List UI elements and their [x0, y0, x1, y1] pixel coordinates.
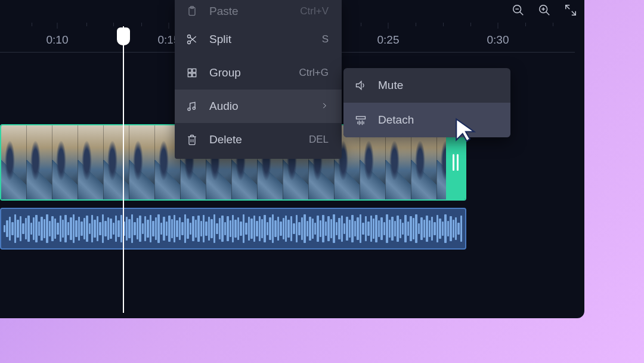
svg-rect-15 — [188, 69, 191, 72]
submenu-item-mute[interactable]: Mute — [343, 68, 510, 103]
delete-icon — [185, 134, 199, 146]
zoom-in-button[interactable] — [538, 4, 551, 17]
toolbar — [512, 4, 577, 17]
playhead-line — [123, 26, 124, 313]
audio-submenu: Mute Detach — [343, 68, 510, 137]
svg-rect-24 — [357, 116, 366, 119]
video-thumbnail — [129, 125, 155, 199]
svg-line-7 — [566, 5, 569, 9]
mute-icon — [354, 79, 367, 91]
svg-line-14 — [190, 36, 196, 41]
svg-line-13 — [190, 38, 196, 42]
svg-rect-16 — [193, 69, 196, 72]
menu-item-delete[interactable]: Delete DEL — [175, 123, 342, 156]
svg-point-12 — [188, 41, 191, 44]
split-icon — [185, 33, 199, 45]
svg-point-19 — [188, 108, 190, 110]
submenu-item-detach[interactable]: Detach — [343, 103, 510, 137]
zoom-out-icon — [512, 4, 525, 17]
video-thumbnail — [78, 125, 104, 199]
menu-item-split[interactable]: Split S — [175, 23, 342, 56]
svg-rect-18 — [193, 73, 196, 77]
ruler-mark: 0:25 — [377, 33, 400, 47]
context-menu: Paste Ctrl+V Split S Group Ctrl+G Audio … — [175, 0, 342, 159]
menu-item-audio[interactable]: Audio — [175, 90, 342, 123]
video-thumbnail — [104, 125, 129, 199]
detach-icon — [354, 114, 367, 126]
svg-marker-23 — [357, 81, 361, 89]
playhead[interactable] — [117, 27, 130, 45]
fit-icon — [564, 4, 577, 17]
svg-rect-17 — [188, 73, 191, 77]
chevron-right-icon — [320, 100, 329, 113]
audio-icon — [185, 100, 199, 112]
group-icon — [185, 67, 199, 79]
waveform — [4, 214, 463, 244]
fit-button[interactable] — [564, 4, 577, 17]
audio-clip[interactable] — [0, 208, 466, 250]
ruler-mark: 0:10 — [47, 33, 69, 47]
video-thumbnail — [27, 125, 52, 199]
zoom-in-icon — [538, 4, 551, 17]
menu-item-paste[interactable]: Paste Ctrl+V — [175, 0, 342, 23]
ruler-mark: 0:30 — [487, 33, 509, 47]
svg-line-2 — [520, 12, 524, 16]
paste-icon — [185, 5, 199, 17]
svg-point-20 — [193, 107, 195, 109]
svg-point-11 — [188, 35, 191, 38]
zoom-out-button[interactable] — [512, 4, 525, 17]
svg-line-8 — [572, 11, 575, 15]
svg-line-6 — [546, 12, 550, 16]
menu-item-group[interactable]: Group Ctrl+G — [175, 56, 342, 90]
video-thumbnail — [1, 125, 27, 199]
video-editor-timeline: 0:10 0:15 0:25 0:30 — [0, 0, 584, 318]
video-thumbnail — [52, 125, 78, 199]
